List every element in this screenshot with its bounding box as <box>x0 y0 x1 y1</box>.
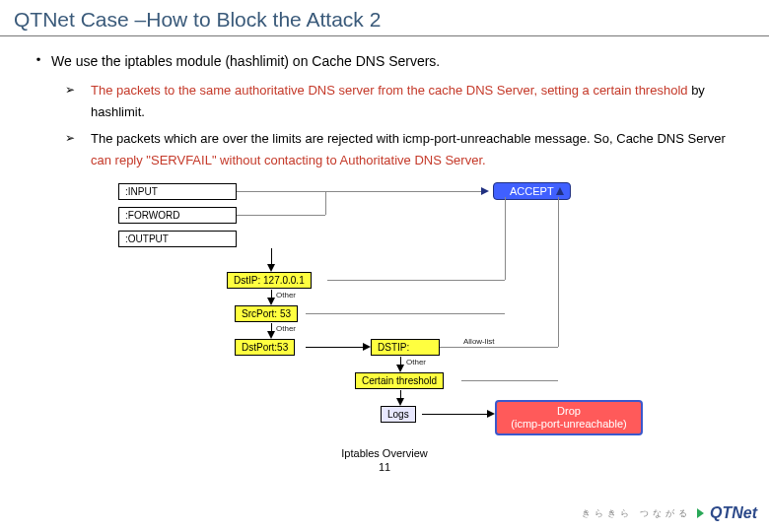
page-number: 11 <box>26 461 743 473</box>
node-threshold: Certain threshold <box>355 372 444 389</box>
node-srcport: SrcPort: 53 <box>235 305 298 322</box>
bullet-text: We use the iptables module (hashlimit) o… <box>51 50 440 72</box>
label-other-2: Other <box>276 324 296 333</box>
node-drop: Drop (icmp-port-unreachable) <box>495 400 643 435</box>
label-allowlist: Allow-list <box>463 337 495 346</box>
footer-brand: きらきら つながる QTNet <box>582 504 757 522</box>
content-area: • We use the iptables module (hashlimit)… <box>0 36 769 473</box>
node-output: :OUTPUT <box>118 231 237 247</box>
sub-item-2: The packets which are over the limits ar… <box>91 128 743 171</box>
sub-item-1: The packets to the same authoritative DN… <box>91 80 743 123</box>
triangle-icon <box>697 508 704 518</box>
chevron-right-icon: ➢ <box>65 128 91 145</box>
node-logs: Logs <box>381 406 416 423</box>
node-dstport: DstPort:53 <box>235 339 295 356</box>
chevron-right-icon: ➢ <box>65 80 91 97</box>
iptables-diagram: :INPUT :FORWORD :OUTPUT ACCEPT DstIP: 12… <box>108 179 661 445</box>
slide-title: QTNet Case –How to Block the Attack 2 <box>0 0 769 36</box>
footer-tagline: きらきら つながる <box>582 507 691 520</box>
node-dstip: DSTIP: <box>371 339 440 356</box>
bullet-icon: • <box>26 50 51 67</box>
diagram-caption: Iptables Overview <box>26 447 743 459</box>
label-other-1: Other <box>276 291 296 299</box>
node-input: :INPUT <box>118 183 237 200</box>
label-other-3: Other <box>406 358 426 366</box>
brand-logo: QTNet <box>710 504 757 522</box>
node-dstip-lo: DstIP: 127.0.0.1 <box>227 272 312 289</box>
node-forward: :FORWORD <box>118 207 237 224</box>
